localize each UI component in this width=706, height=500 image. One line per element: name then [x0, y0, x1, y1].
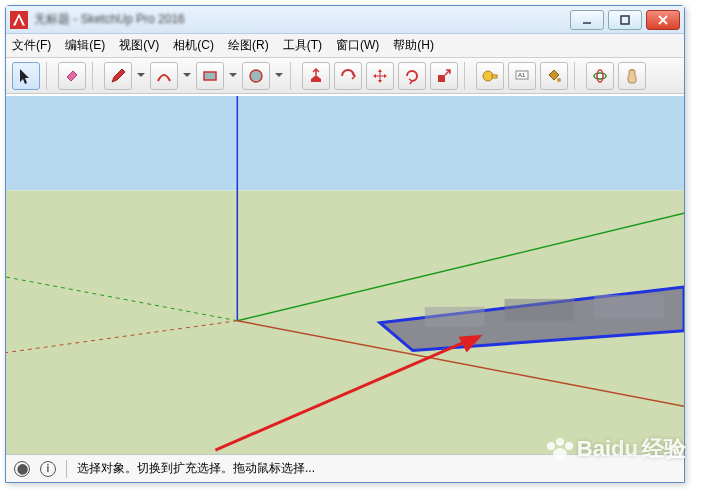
paw-icon — [547, 438, 573, 460]
viewport-3d[interactable] — [6, 96, 684, 454]
titlebar: 无标题 - SketchUp Pro 2016 — [6, 6, 684, 34]
circle-dropdown[interactable] — [274, 62, 284, 90]
svg-rect-16 — [6, 96, 684, 190]
circle-tool[interactable] — [242, 62, 270, 90]
move-tool[interactable] — [366, 62, 394, 90]
menu-help[interactable]: 帮助(H) — [393, 37, 434, 54]
watermark-label: 经验 — [642, 434, 686, 464]
menu-window[interactable]: 窗口(W) — [336, 37, 379, 54]
text-tool[interactable]: A1 — [508, 62, 536, 90]
pencil-tool[interactable] — [104, 62, 132, 90]
svg-rect-20 — [594, 295, 664, 319]
offset-tool[interactable] — [334, 62, 362, 90]
minimize-button[interactable] — [570, 10, 604, 30]
toolbar-separator — [92, 62, 98, 90]
toolbar: A1 — [6, 58, 684, 94]
svg-rect-4 — [204, 72, 216, 80]
svg-rect-19 — [505, 299, 575, 321]
menu-view[interactable]: 视图(V) — [119, 37, 159, 54]
toolbar-separator — [464, 62, 470, 90]
svg-rect-8 — [438, 75, 445, 82]
pencil-dropdown[interactable] — [136, 62, 146, 90]
info-icon[interactable]: i — [40, 461, 56, 477]
window-controls — [570, 10, 680, 30]
eraser-tool[interactable] — [58, 62, 86, 90]
rect-tool[interactable] — [196, 62, 224, 90]
watermark: Baidu 经验 — [547, 434, 686, 464]
watermark-brand: Baidu — [577, 436, 638, 462]
paint-tool[interactable] — [540, 62, 568, 90]
app-window: 无标题 - SketchUp Pro 2016 文件(F) 编辑(E) 视图(V… — [5, 5, 685, 483]
status-text: 选择对象。切换到扩充选择。拖动鼠标选择... — [77, 460, 315, 477]
svg-point-14 — [594, 73, 606, 79]
menu-edit[interactable]: 编辑(E) — [65, 37, 105, 54]
svg-point-15 — [597, 70, 603, 82]
svg-point-13 — [557, 78, 561, 82]
app-icon — [10, 11, 28, 29]
rect-dropdown[interactable] — [228, 62, 238, 90]
menubar: 文件(F) 编辑(E) 视图(V) 相机(C) 绘图(R) 工具(T) 窗口(W… — [6, 34, 684, 58]
menu-tools[interactable]: 工具(T) — [283, 37, 322, 54]
toolbar-separator — [290, 62, 296, 90]
svg-rect-1 — [621, 16, 629, 24]
toolbar-separator — [46, 62, 52, 90]
svg-rect-18 — [425, 307, 485, 327]
menu-file[interactable]: 文件(F) — [12, 37, 51, 54]
scale-tool[interactable] — [430, 62, 458, 90]
geolocation-icon[interactable]: ⬤ — [14, 461, 30, 477]
arc-dropdown[interactable] — [182, 62, 192, 90]
window-title: 无标题 - SketchUp Pro 2016 — [34, 11, 570, 28]
menu-draw[interactable]: 绘图(R) — [228, 37, 269, 54]
pushpull-tool[interactable] — [302, 62, 330, 90]
orbit-tool[interactable] — [586, 62, 614, 90]
tape-tool[interactable] — [476, 62, 504, 90]
status-separator — [66, 460, 67, 478]
pan-tool[interactable] — [618, 62, 646, 90]
maximize-button[interactable] — [608, 10, 642, 30]
arc-tool[interactable] — [150, 62, 178, 90]
menu-camera[interactable]: 相机(C) — [173, 37, 214, 54]
rotate-tool[interactable] — [398, 62, 426, 90]
svg-rect-10 — [492, 75, 497, 78]
svg-point-5 — [250, 70, 262, 82]
svg-text:A1: A1 — [518, 72, 526, 78]
toolbar-separator — [574, 62, 580, 90]
select-tool[interactable] — [12, 62, 40, 90]
close-button[interactable] — [646, 10, 680, 30]
